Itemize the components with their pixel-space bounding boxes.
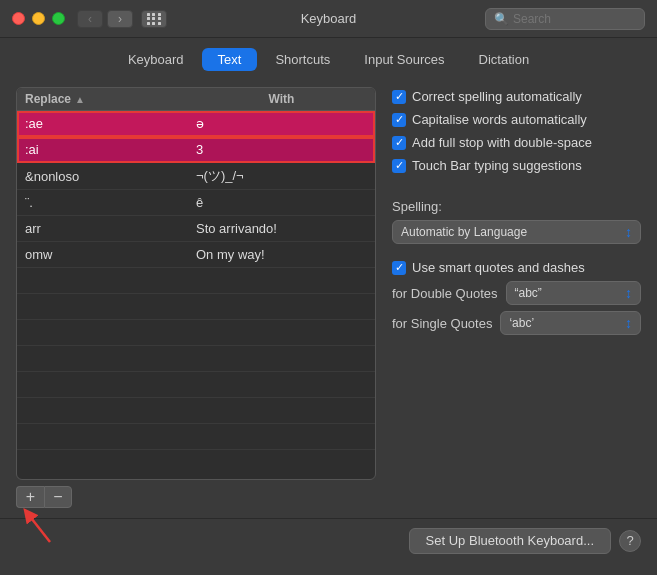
spelling-section: Spelling: Automatic by Language ↕ bbox=[392, 191, 641, 244]
help-button[interactable]: ? bbox=[619, 530, 641, 552]
cell-with: ê bbox=[196, 195, 367, 210]
cell-with: On my way! bbox=[196, 247, 367, 262]
remove-button[interactable]: − bbox=[44, 486, 72, 508]
checkbox-capitalise-words[interactable]: ✓ Capitalise words automatically bbox=[392, 112, 641, 127]
tab-keyboard[interactable]: Keyboard bbox=[112, 48, 200, 71]
titlebar: ‹ › Keyboard 🔍 bbox=[0, 0, 657, 38]
cell-replace: &nonloso bbox=[25, 169, 196, 184]
cell-with: ¬(ツ)_/¬ bbox=[196, 167, 367, 185]
checkbox-smart-quotes[interactable]: ✓ Use smart quotes and dashes bbox=[392, 260, 641, 275]
checkbox-correct-spelling[interactable]: ✓ Correct spelling automatically bbox=[392, 89, 641, 104]
single-quotes-dropdown[interactable]: ‘abc’ ↕ bbox=[500, 311, 641, 335]
cell-with: ə bbox=[196, 116, 367, 131]
maximize-button[interactable] bbox=[52, 12, 65, 25]
smart-quotes-section: ✓ Use smart quotes and dashes for Double… bbox=[392, 260, 641, 335]
table-row[interactable]: arr Sto arrivando! bbox=[17, 216, 375, 242]
dropdown-arrow-icon: ↕ bbox=[625, 224, 632, 240]
column-header-with: With bbox=[196, 92, 367, 106]
empty-row bbox=[17, 424, 375, 450]
nav-buttons: ‹ › bbox=[77, 10, 133, 28]
cell-replace: omw bbox=[25, 247, 196, 262]
table-body: :ae ə :ai 3 &nonloso ¬(ツ)_/¬ ¨. ê bbox=[17, 111, 375, 450]
grid-button[interactable] bbox=[141, 10, 167, 28]
forward-button[interactable]: › bbox=[107, 10, 133, 28]
checkbox-icon: ✓ bbox=[392, 90, 406, 104]
table-row[interactable]: ¨. ê bbox=[17, 190, 375, 216]
red-arrow-icon bbox=[22, 508, 62, 544]
tab-input-sources[interactable]: Input Sources bbox=[348, 48, 460, 71]
sort-arrow-icon: ▲ bbox=[75, 94, 85, 105]
back-button[interactable]: ‹ bbox=[77, 10, 103, 28]
grid-icon bbox=[147, 13, 162, 25]
right-panel: ✓ Correct spelling automatically ✓ Capit… bbox=[392, 87, 641, 508]
traffic-lights bbox=[12, 12, 65, 25]
table-row[interactable]: &nonloso ¬(ツ)_/¬ bbox=[17, 163, 375, 190]
checkbox-icon: ✓ bbox=[392, 159, 406, 173]
bluetooth-keyboard-button[interactable]: Set Up Bluetooth Keyboard... bbox=[409, 528, 611, 554]
search-box[interactable]: 🔍 bbox=[485, 8, 645, 30]
svg-line-0 bbox=[28, 514, 50, 542]
double-quotes-label: for Double Quotes bbox=[392, 286, 498, 301]
left-panel: Replace ▲ With :ae ə :ai 3 &nonloso bbox=[16, 87, 376, 508]
empty-row bbox=[17, 372, 375, 398]
single-quotes-row: for Single Quotes ‘abc’ ↕ bbox=[392, 311, 641, 335]
capitalise-words-label: Capitalise words automatically bbox=[412, 112, 587, 127]
checkbox-icon: ✓ bbox=[392, 136, 406, 150]
cell-replace: arr bbox=[25, 221, 196, 236]
smart-quotes-label: Use smart quotes and dashes bbox=[412, 260, 585, 275]
cell-replace: :ae bbox=[25, 116, 196, 131]
search-icon: 🔍 bbox=[494, 12, 509, 26]
touch-bar-label: Touch Bar typing suggestions bbox=[412, 158, 582, 173]
column-header-replace: Replace ▲ bbox=[25, 92, 196, 106]
tab-shortcuts[interactable]: Shortcuts bbox=[259, 48, 346, 71]
add-remove-buttons: + − bbox=[16, 486, 376, 508]
window-title: Keyboard bbox=[301, 11, 357, 26]
single-quotes-label: for Single Quotes bbox=[392, 316, 492, 331]
text-replacement-table: Replace ▲ With :ae ə :ai 3 &nonloso bbox=[16, 87, 376, 480]
add-remove-container: + − bbox=[16, 486, 376, 508]
empty-row bbox=[17, 398, 375, 424]
table-row[interactable]: :ai 3 bbox=[17, 137, 375, 163]
add-button[interactable]: + bbox=[16, 486, 44, 508]
footer: Set Up Bluetooth Keyboard... ? bbox=[0, 518, 657, 562]
minimize-button[interactable] bbox=[32, 12, 45, 25]
tabs-bar: Keyboard Text Shortcuts Input Sources Di… bbox=[0, 38, 657, 77]
checkbox-icon: ✓ bbox=[392, 261, 406, 275]
double-quotes-dropdown[interactable]: “abc” ↕ bbox=[506, 281, 641, 305]
table-row[interactable]: omw On my way! bbox=[17, 242, 375, 268]
tab-text[interactable]: Text bbox=[202, 48, 258, 71]
table-row[interactable]: :ae ə bbox=[17, 111, 375, 137]
correct-spelling-label: Correct spelling automatically bbox=[412, 89, 582, 104]
cell-with: 3 bbox=[196, 142, 367, 157]
empty-row bbox=[17, 294, 375, 320]
empty-row bbox=[17, 268, 375, 294]
checkbox-add-full-stop[interactable]: ✓ Add full stop with double-space bbox=[392, 135, 641, 150]
double-quotes-row: for Double Quotes “abc” ↕ bbox=[392, 281, 641, 305]
cell-replace: ¨. bbox=[25, 195, 196, 210]
double-quotes-value: “abc” bbox=[515, 286, 542, 300]
checkbox-icon: ✓ bbox=[392, 113, 406, 127]
spelling-dropdown[interactable]: Automatic by Language ↕ bbox=[392, 220, 641, 244]
empty-row bbox=[17, 346, 375, 372]
dropdown-arrow-icon: ↕ bbox=[625, 285, 632, 301]
search-input[interactable] bbox=[513, 12, 636, 26]
spelling-dropdown-value: Automatic by Language bbox=[401, 225, 527, 239]
dropdown-arrow-icon: ↕ bbox=[625, 315, 632, 331]
cell-replace: :ai bbox=[25, 142, 196, 157]
table-header: Replace ▲ With bbox=[17, 88, 375, 111]
empty-row bbox=[17, 320, 375, 346]
cell-with: Sto arrivando! bbox=[196, 221, 367, 236]
tab-dictation[interactable]: Dictation bbox=[463, 48, 546, 71]
spelling-label: Spelling: bbox=[392, 199, 641, 214]
add-full-stop-label: Add full stop with double-space bbox=[412, 135, 592, 150]
checkbox-touch-bar[interactable]: ✓ Touch Bar typing suggestions bbox=[392, 158, 641, 173]
single-quotes-value: ‘abc’ bbox=[509, 316, 534, 330]
close-button[interactable] bbox=[12, 12, 25, 25]
main-content: Replace ▲ With :ae ə :ai 3 &nonloso bbox=[0, 77, 657, 518]
